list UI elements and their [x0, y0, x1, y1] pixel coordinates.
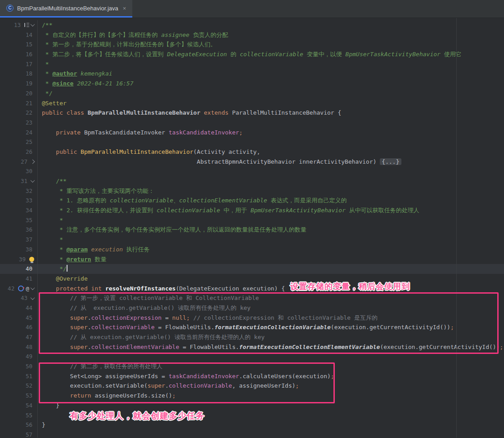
line-number: 31	[17, 176, 27, 186]
line-number: 45	[22, 313, 32, 323]
line-gutter: 57	[0, 430, 38, 438]
line-number: 43	[17, 293, 27, 303]
code-line[interactable]: 13/**	[0, 20, 504, 30]
line-number: 21	[22, 98, 32, 108]
line-number: 55	[22, 411, 32, 420]
line-number: 30	[22, 166, 32, 176]
line-number: 44	[22, 303, 32, 313]
line-number: 27	[17, 157, 27, 167]
code-text: * 第一步，基于分配规则，计算出分配任务的【多个】候选人们。	[38, 40, 216, 49]
tab-file[interactable]: C BpmParallelMultiInstanceBehavior.java …	[0, 0, 132, 18]
line-number: 42	[4, 284, 14, 294]
code-line[interactable]: 27 AbstractBpmnActivityBehavior innerAct…	[0, 157, 504, 167]
code-line[interactable]: 36 * 注意，多个任务实例，每个任务实例对应一个处理人，所以返回的数量就是任务…	[0, 225, 504, 235]
doc-render-toggle-icon[interactable]	[24, 23, 29, 27]
code-line[interactable]: 20 */	[0, 89, 504, 98]
line-number: 26	[22, 147, 32, 157]
override-method-icon[interactable]	[18, 286, 24, 291]
code-line[interactable]: 37 *	[0, 235, 504, 245]
line-gutter: 15	[0, 40, 38, 49]
intention-bulb-icon[interactable]	[29, 257, 34, 262]
code-line[interactable]: 19 * @since 2022-04-21 16:57	[0, 79, 504, 89]
code-text: public BpmParallelMultiInstanceBehavior(…	[38, 147, 260, 157]
line-number: 52	[22, 381, 32, 391]
code-line[interactable]: 22public class BpmParallelMultiInstanceB…	[0, 108, 504, 118]
code-text	[38, 166, 42, 176]
line-number: 19	[22, 79, 32, 89]
line-gutter: 35	[0, 215, 38, 225]
editor[interactable]: 13/**14 * 自定义的【并行】的【多个】流程任务的 assignee 负责…	[0, 18, 504, 438]
code-text: * 第二步，将【多个】任务候选人们，设置到 DelegateExecution …	[38, 49, 462, 59]
line-number: 46	[22, 322, 32, 332]
fold-collapse-icon[interactable]	[31, 160, 35, 164]
fold-expand-icon[interactable]	[31, 178, 35, 183]
line-gutter: 23	[0, 118, 38, 128]
code-text: * 注意，多个任务实例，每个任务实例对应一个处理人，所以返回的数量就是任务处理人…	[38, 225, 306, 235]
code-line[interactable]: 33 * 1. 忽略原有的 collectionVariable、collect…	[0, 196, 504, 206]
fold-expand-icon[interactable]	[31, 22, 35, 27]
code-line[interactable]: 42@ protected int resolveNrOfInstances(D…	[0, 284, 504, 294]
tab-title: BpmParallelMultiInstanceBehavior.java	[17, 5, 118, 12]
line-gutter: 21	[0, 98, 38, 108]
code-line[interactable]: 35 *	[0, 215, 504, 225]
code-line[interactable]: 17 *	[0, 59, 504, 69]
line-gutter: 34	[0, 206, 38, 215]
code-text: * 1. 忽略原有的 collectionVariable、collection…	[38, 196, 346, 206]
line-gutter: 26	[0, 147, 38, 157]
code-line[interactable]: 26 public BpmParallelMultiInstanceBehavi…	[0, 147, 504, 157]
line-number: 25	[22, 137, 32, 147]
annotation-icon[interactable]: @	[26, 284, 29, 294]
code-line[interactable]: 41 @Override	[0, 274, 504, 284]
code-line[interactable]: 30	[0, 166, 504, 176]
line-gutter: 47	[0, 332, 38, 342]
code-line[interactable]: 21@Setter	[0, 98, 504, 108]
line-gutter: 31	[0, 176, 38, 186]
code-line[interactable]: 15 * 第一步，基于分配规则，计算出分配任务的【多个】候选人们。	[0, 40, 504, 49]
line-number: 41	[22, 274, 32, 284]
line-number: 50	[22, 362, 32, 371]
annotation-box-step2	[39, 362, 335, 403]
fold-expand-icon[interactable]	[31, 286, 35, 290]
line-number: 36	[22, 225, 32, 235]
code-line[interactable]: 39 * @return 数量	[0, 255, 504, 264]
code-line[interactable]: 24 private BpmTaskCandidateInvoker taskC…	[0, 128, 504, 138]
code-text: *	[38, 215, 63, 225]
line-gutter: 46	[0, 322, 38, 332]
code-text: * 重写该方法，主要实现两个功能：	[38, 186, 154, 196]
code-line[interactable]: 14 * 自定义的【并行】的【多个】流程任务的 assignee 负责人的分配	[0, 30, 504, 40]
line-number: 18	[22, 69, 32, 79]
code-line[interactable]: 38 * @param execution 执行任务	[0, 245, 504, 255]
code-text	[38, 411, 42, 420]
code-text: * @param execution 执行任务	[38, 245, 150, 255]
code-line[interactable]: 25	[0, 137, 504, 147]
line-number: 24	[22, 128, 32, 138]
code-text: }	[38, 420, 45, 430]
line-number: 38	[22, 245, 32, 255]
code-text: AbstractBpmnActivityBehavior innerActivi…	[38, 157, 401, 167]
line-number: 16	[22, 49, 32, 59]
line-number: 20	[22, 89, 32, 98]
fold-expand-icon[interactable]	[31, 295, 35, 300]
java-class-icon: C	[6, 4, 14, 12]
code-line[interactable]: 34 * 2. 获得任务的处理人，并设置到 collectionVariable…	[0, 206, 504, 215]
line-gutter: 16	[0, 49, 38, 59]
code-line[interactable]: 57	[0, 430, 504, 438]
line-gutter: 51	[0, 371, 38, 381]
line-gutter: 17	[0, 59, 38, 69]
code-line[interactable]: 16 * 第二步，将【多个】任务候选人们，设置到 DelegateExecuti…	[0, 49, 504, 59]
line-gutter: 18	[0, 69, 38, 79]
code-line[interactable]: 40 */	[0, 264, 504, 274]
code-line[interactable]: 23	[0, 118, 504, 128]
code-text: /**	[38, 20, 52, 30]
line-gutter: 55	[0, 411, 38, 420]
line-gutter: 48	[0, 342, 38, 352]
line-number: 23	[22, 118, 32, 128]
code-text	[38, 137, 42, 147]
code-line[interactable]: 32 * 重写该方法，主要实现两个功能：	[0, 186, 504, 196]
line-number: 39	[15, 255, 26, 264]
code-line[interactable]: 18 * @author kemengkai	[0, 69, 504, 79]
line-gutter: 32	[0, 186, 38, 196]
code-line[interactable]: 31 /**	[0, 176, 504, 186]
line-number: 22	[22, 108, 32, 118]
tab-close-icon[interactable]: ×	[122, 5, 127, 12]
